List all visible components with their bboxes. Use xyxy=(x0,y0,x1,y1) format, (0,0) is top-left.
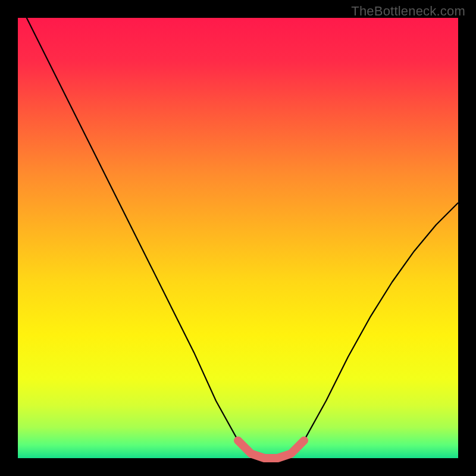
bottleneck-curve-path xyxy=(18,0,458,458)
bottleneck-curve-svg xyxy=(18,18,458,458)
optimal-zone-path xyxy=(238,440,304,458)
watermark-text: TheBottleneck.com xyxy=(351,4,465,19)
chart-frame: TheBottleneck.com xyxy=(0,0,476,476)
chart-plot-area xyxy=(18,18,458,458)
